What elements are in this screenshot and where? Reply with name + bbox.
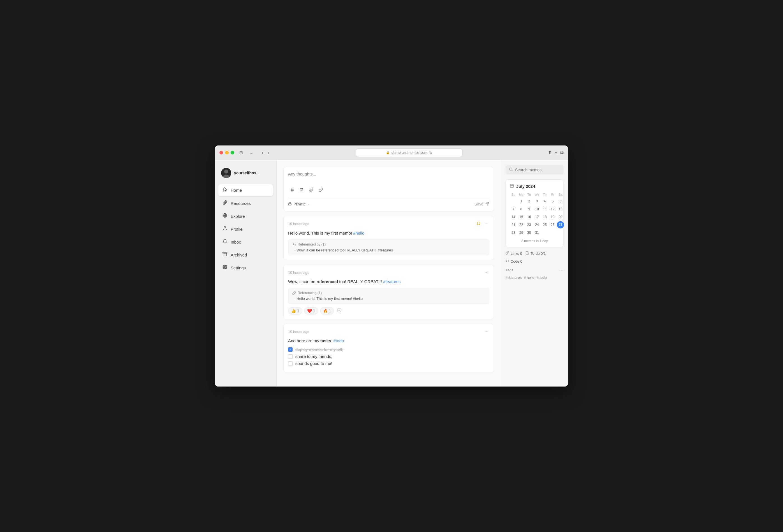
back-button[interactable]: ‹ <box>261 149 264 156</box>
memo-2-reactions: 👍 1 ❤️ 1 🔥 1 <box>288 307 489 314</box>
maximize-button[interactable] <box>231 151 234 154</box>
links-count: Links 0 <box>511 251 522 256</box>
cal-day-18[interactable]: 18 <box>541 213 549 221</box>
more-button-3[interactable]: ⋯ <box>484 328 489 335</box>
add-reaction-button[interactable] <box>336 308 343 314</box>
cal-day-19[interactable]: 19 <box>549 213 556 221</box>
todo-checkbox-2[interactable] <box>288 354 292 359</box>
stat-code: Code 0 <box>506 259 522 263</box>
sidebar-item-profile[interactable]: Profile <box>218 223 273 235</box>
cal-day-21[interactable]: 21 <box>510 221 517 228</box>
todo-checkbox-1[interactable]: ✓ <box>288 347 292 352</box>
cal-day-28[interactable]: 28 <box>510 229 517 236</box>
cal-day-7[interactable]: 7 <box>510 206 517 213</box>
cal-day-17[interactable]: 17 <box>533 213 541 221</box>
todo-checkbox-3[interactable] <box>288 361 292 366</box>
memo-2-time: 10 hours ago <box>288 271 309 275</box>
cal-day-11[interactable]: 11 <box>541 206 549 213</box>
memo-2-reference-header: Referencing (1) <box>292 291 485 295</box>
cal-day-1[interactable]: 1 <box>518 198 525 205</box>
sidebar-item-home[interactable]: Home <box>218 184 273 196</box>
links-icon <box>506 251 509 256</box>
code-count: Code 0 <box>511 259 522 263</box>
cal-day-10[interactable]: 10 <box>533 206 541 213</box>
cal-day-23[interactable]: 23 <box>526 221 533 228</box>
sidebar-item-archived[interactable]: Archived <box>218 249 273 261</box>
cal-day-15[interactable]: 15 <box>518 213 525 221</box>
task-tool-button[interactable] <box>297 186 306 194</box>
hashtag-hello[interactable]: #hello <box>353 231 364 236</box>
cal-day-6[interactable]: 6 <box>557 198 564 205</box>
cal-day-20[interactable]: 20 <box>557 213 564 221</box>
url-input[interactable]: 🔒 demo.usememos.com ↻ <box>356 149 462 157</box>
tags-more-button[interactable]: ⋯ <box>559 268 564 273</box>
hashtag-features[interactable]: #features <box>383 279 401 284</box>
cal-day-26[interactable]: 26 <box>549 221 556 228</box>
cal-day-31[interactable]: 31 <box>533 229 541 236</box>
tags-title: Tags <box>506 268 513 272</box>
tag-features[interactable]: # features <box>506 276 522 280</box>
username-label: yourselfhos... <box>234 171 259 175</box>
memo-2-content: Wow, it can be referenced too! REALLY GR… <box>288 278 489 285</box>
cal-day-16[interactable]: 16 <box>526 213 533 221</box>
cal-day-12[interactable]: 12 <box>549 206 556 213</box>
cal-day-27-today[interactable]: 27 <box>557 221 564 228</box>
memo-card-2: 10 hours ago ⋯ Wow, it can be referenced… <box>283 264 494 319</box>
cal-day-3[interactable]: 3 <box>533 198 541 205</box>
share-button[interactable]: ⬆ <box>548 150 552 156</box>
cal-day-24[interactable]: 24 <box>533 221 541 228</box>
sidebar-item-explore[interactable]: Explore <box>218 210 273 222</box>
sidebar-item-settings[interactable]: Settings <box>218 262 273 274</box>
more-button-1[interactable]: ⋯ <box>484 221 489 227</box>
memo-1-reference-header: Referenced by (1) <box>292 243 485 246</box>
reaction-fire[interactable]: 🔥 1 <box>320 307 334 314</box>
link-tool-button[interactable] <box>317 186 325 194</box>
sidebar-item-resources-label: Resources <box>231 201 251 206</box>
forward-button[interactable]: › <box>267 149 270 156</box>
cal-day-25[interactable]: 25 <box>541 221 549 228</box>
sidebar-item-resources[interactable]: Resources <box>218 197 273 209</box>
cal-day-4[interactable]: 4 <box>541 198 549 205</box>
close-button[interactable] <box>219 151 223 154</box>
visibility-selector[interactable]: Private ⌄ <box>288 202 310 206</box>
bookmark-button-1[interactable] <box>476 221 481 227</box>
sidebar-chevron-icon[interactable]: ⌄ <box>248 149 255 156</box>
globe-icon <box>222 213 228 219</box>
hashtag-todo[interactable]: #todo <box>334 338 344 343</box>
minimize-button[interactable] <box>225 151 229 154</box>
cal-day-13[interactable]: 13 <box>557 206 564 213</box>
cal-day-9[interactable]: 9 <box>526 206 533 213</box>
ref-item-2[interactable]: · Hello world. This is my first memo! #h… <box>292 296 485 301</box>
memo-2-actions: ⋯ <box>484 269 489 276</box>
search-input[interactable] <box>515 167 564 172</box>
new-tab-button[interactable]: + <box>555 150 557 156</box>
tabs-button[interactable]: ⧉ <box>560 150 564 156</box>
cal-day-2[interactable]: 2 <box>526 198 533 205</box>
cal-day-5[interactable]: 5 <box>549 198 556 205</box>
save-button[interactable]: Save <box>474 201 489 207</box>
compose-box: Private ⌄ Save <box>283 167 494 211</box>
stat-links: Links 0 <box>506 251 522 256</box>
tag-hello-label: hello <box>527 276 534 280</box>
memo-3-header: 10 hours ago ⋯ <box>288 328 489 335</box>
ref-label-1: Referenced by (1) <box>297 243 326 246</box>
todo-count: To-do 0/1 <box>531 251 545 256</box>
cal-day-30[interactable]: 30 <box>526 229 533 236</box>
cal-day-29[interactable]: 29 <box>518 229 525 236</box>
tag-todo[interactable]: # todo <box>537 276 547 280</box>
ref-item-1[interactable]: · Wow, it can be referenced too! REALLY … <box>292 248 485 252</box>
cal-day-8[interactable]: 8 <box>518 206 525 213</box>
sidebar-item-inbox[interactable]: Inbox <box>218 236 273 248</box>
user-profile[interactable]: yourselfhos... <box>218 166 273 180</box>
reaction-thumbsup[interactable]: 👍 1 <box>288 307 302 314</box>
sidebar-toggle-button[interactable]: ⊞ <box>238 149 245 156</box>
cal-day-14[interactable]: 14 <box>510 213 517 221</box>
tag-tool-button[interactable] <box>288 186 296 194</box>
calendar-grid: Su Mo Tu We Th Fr Sa 1 2 3 4 5 6 7 8 <box>510 192 559 236</box>
attach-tool-button[interactable] <box>307 186 316 194</box>
reaction-heart[interactable]: ❤️ 1 <box>304 307 318 314</box>
cal-day-22[interactable]: 22 <box>518 221 525 228</box>
compose-textarea[interactable] <box>288 171 489 182</box>
more-button-2[interactable]: ⋯ <box>484 269 489 276</box>
tag-hello[interactable]: # hello <box>524 276 534 280</box>
